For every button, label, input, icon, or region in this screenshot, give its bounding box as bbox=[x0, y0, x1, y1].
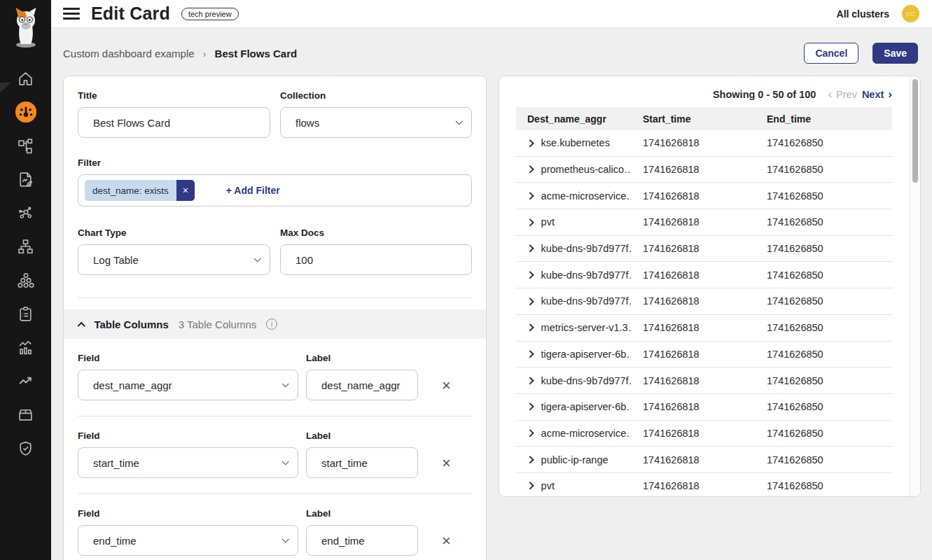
sidebar bbox=[0, 0, 51, 560]
row-start-time: 1741626818 bbox=[643, 375, 767, 386]
table-row[interactable]: kube-dns-9b7d977f… 1741626818 1741626850 bbox=[516, 262, 892, 288]
filter-box[interactable]: dest_name: exists × + Add Filter bbox=[78, 174, 472, 206]
table-scrollbar-thumb[interactable] bbox=[912, 79, 918, 183]
row-start-time: 1741626818 bbox=[643, 270, 767, 281]
home-icon[interactable] bbox=[9, 62, 43, 95]
row-end-time: 1741626850 bbox=[767, 216, 892, 227]
row-expand-chevron-icon[interactable] bbox=[526, 324, 534, 332]
remove-column-icon[interactable]: × bbox=[442, 378, 472, 393]
row-expand-chevron-icon[interactable] bbox=[526, 482, 534, 490]
filter-label: Filter bbox=[78, 158, 472, 168]
table-row[interactable]: pvt 1741626818 1741626850 bbox=[516, 209, 892, 236]
row-start-time: 1741626818 bbox=[643, 454, 767, 465]
table-row[interactable]: kse.kubernetes 1741626818 1741626850 bbox=[516, 130, 892, 157]
collapse-chevron-up-icon[interactable] bbox=[77, 321, 85, 330]
table-row[interactable]: prometheus-calico… 1741626818 1741626850 bbox=[516, 157, 892, 183]
chart-type-select[interactable]: Log Table bbox=[78, 244, 270, 275]
row-expand-chevron-icon[interactable] bbox=[526, 271, 534, 279]
topbar: Edit Card tech preview All clusters CC bbox=[51, 0, 932, 28]
row-dest-name: kube-dns-9b7d977f… bbox=[541, 295, 631, 307]
row-expand-chevron-icon[interactable] bbox=[526, 298, 534, 305]
row-expand-chevron-icon[interactable] bbox=[526, 139, 534, 147]
row-expand-chevron-icon[interactable] bbox=[526, 430, 534, 438]
hamburger-menu-icon[interactable] bbox=[63, 8, 80, 20]
table-scrollbar[interactable] bbox=[910, 76, 920, 496]
title-input[interactable]: Best Flows Card bbox=[78, 107, 270, 138]
table-row[interactable]: public-ip-range 1741626818 1741626850 bbox=[516, 447, 892, 473]
row-end-time: 1741626850 bbox=[767, 270, 892, 281]
compliance-icon[interactable] bbox=[9, 297, 43, 330]
metrics-icon[interactable] bbox=[9, 330, 43, 364]
infrastructure-icon[interactable] bbox=[9, 230, 43, 263]
label-input[interactable]: start_time bbox=[306, 447, 418, 478]
reports-icon[interactable] bbox=[9, 162, 43, 196]
pagination: Showing 0 - 50 of 100 ‹ Prev Next › bbox=[516, 88, 892, 100]
remove-column-icon[interactable]: × bbox=[442, 533, 472, 549]
label-input[interactable]: end_time bbox=[306, 525, 418, 556]
service-graph-icon[interactable] bbox=[9, 196, 43, 230]
chevron-right-icon: › bbox=[888, 88, 892, 100]
row-expand-chevron-icon[interactable] bbox=[526, 218, 534, 226]
label-input[interactable]: dest_name_aggr bbox=[306, 370, 418, 400]
table-row[interactable]: kube-dns-9b7d977f… 1741626818 1741626850 bbox=[516, 368, 892, 394]
trends-icon[interactable] bbox=[9, 364, 43, 398]
field-label: Field bbox=[78, 430, 298, 441]
table-row[interactable]: tigera-apiserver-6b… 1741626818 17416268… bbox=[516, 394, 892, 421]
row-expand-chevron-icon[interactable] bbox=[526, 350, 534, 358]
row-start-time: 1741626818 bbox=[643, 349, 767, 360]
table-row[interactable]: tigera-apiserver-6b… 1741626818 17416268… bbox=[516, 342, 892, 368]
inventory-icon[interactable] bbox=[9, 398, 43, 431]
card-editor-panel: Title Best Flows Card Collection flows bbox=[63, 76, 487, 560]
table-row[interactable]: pvt 1741626818 1741626850 bbox=[516, 473, 892, 497]
clusters-icon[interactable] bbox=[9, 263, 43, 297]
filter-chip-text: dest_name: exists bbox=[85, 180, 176, 201]
table-row[interactable]: acme-microservice… 1741626818 1741626850 bbox=[516, 183, 892, 209]
calico-logo[interactable] bbox=[11, 6, 41, 52]
sidebar-nav bbox=[9, 62, 43, 465]
row-end-time: 1741626850 bbox=[767, 295, 892, 307]
table-row[interactable]: kube-dns-9b7d977f… 1741626818 1741626850 bbox=[516, 236, 892, 262]
table-row[interactable]: acme-microservice… 1741626818 1741626850 bbox=[516, 421, 892, 447]
cluster-selector[interactable]: All clusters bbox=[837, 8, 889, 20]
table-row[interactable]: metrics-server-v1.3… 1741626818 17416268… bbox=[516, 315, 892, 342]
row-expand-chevron-icon[interactable] bbox=[526, 166, 534, 174]
remove-column-icon[interactable]: × bbox=[442, 456, 472, 471]
row-expand-chevron-icon[interactable] bbox=[526, 192, 534, 200]
security-icon[interactable] bbox=[9, 431, 43, 465]
max-docs-input[interactable]: 100 bbox=[280, 244, 472, 275]
breadcrumb-parent-link[interactable]: Custom dashboard example bbox=[63, 48, 195, 59]
row-expand-chevron-icon[interactable] bbox=[526, 377, 534, 384]
row-dest-name: prometheus-calico… bbox=[541, 164, 631, 175]
table-row[interactable]: kube-dns-9b7d977f… 1741626818 1741626850 bbox=[516, 288, 892, 315]
row-start-time: 1741626818 bbox=[643, 243, 767, 254]
content: Title Best Flows Card Collection flows bbox=[51, 76, 932, 560]
table-body: kse.kubernetes 1741626818 1741626850 bbox=[516, 130, 892, 497]
filter-chip-close-icon[interactable]: × bbox=[176, 180, 195, 201]
row-start-time: 1741626818 bbox=[643, 295, 767, 307]
row-expand-chevron-icon[interactable] bbox=[526, 245, 534, 253]
field-select[interactable]: start_time bbox=[78, 447, 298, 478]
user-avatar[interactable]: CC bbox=[902, 5, 919, 22]
row-end-time: 1741626850 bbox=[767, 375, 892, 386]
collection-select[interactable]: flows bbox=[280, 107, 472, 138]
dashboards-icon[interactable] bbox=[9, 95, 43, 129]
max-docs-label: Max Docs bbox=[280, 227, 472, 238]
next-page-button[interactable]: Next › bbox=[862, 88, 892, 100]
field-select[interactable]: dest_name_aggr bbox=[78, 370, 298, 400]
chevron-down-icon bbox=[455, 118, 462, 125]
add-filter-button[interactable]: + Add Filter bbox=[226, 185, 280, 196]
row-expand-chevron-icon[interactable] bbox=[526, 456, 534, 463]
info-icon[interactable]: i bbox=[266, 318, 277, 330]
cancel-button[interactable]: Cancel bbox=[804, 43, 858, 64]
field-select[interactable]: end_time bbox=[78, 525, 298, 556]
column-header-end-time: End_time bbox=[767, 113, 892, 125]
row-expand-chevron-icon[interactable] bbox=[526, 403, 534, 411]
table-columns-title: Table Columns bbox=[94, 318, 168, 330]
label-label: Label bbox=[306, 508, 418, 519]
row-dest-name: public-ip-range bbox=[541, 454, 608, 465]
row-dest-name: pvt bbox=[541, 216, 555, 227]
save-button[interactable]: Save bbox=[872, 43, 918, 64]
prev-page-button[interactable]: ‹ Prev bbox=[828, 88, 857, 100]
network-topology-icon[interactable] bbox=[9, 129, 43, 162]
row-dest-name: kube-dns-9b7d977f… bbox=[541, 375, 631, 386]
